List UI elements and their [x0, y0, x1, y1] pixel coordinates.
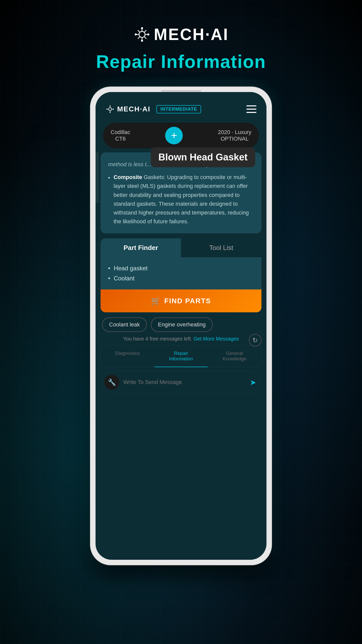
svg-point-12: [147, 33, 149, 35]
svg-point-0: [139, 31, 145, 37]
bullet-body: Upgrading to composite or multi-layer st…: [114, 174, 249, 225]
part-coolant: Coolant: [114, 275, 134, 282]
phone-notch: [161, 90, 201, 92]
svg-point-19: [110, 112, 111, 113]
bullet-label-rest: Gaskets:: [142, 174, 165, 180]
svg-point-21: [113, 109, 114, 110]
part-dot: •: [108, 275, 110, 282]
hamburger-menu-button[interactable]: [246, 105, 256, 113]
parts-list: • Head gasket • Coolant: [101, 257, 261, 289]
vehicle-left-info: Codillac CT6: [111, 129, 130, 142]
list-item: • Coolant: [108, 273, 254, 283]
svg-line-6: [144, 37, 146, 39]
svg-point-10: [141, 40, 143, 42]
message-input[interactable]: [123, 379, 246, 385]
free-messages-text: You have 4 free messages left.: [123, 336, 192, 341]
add-vehicle-button[interactable]: +: [165, 127, 183, 144]
nav-diagnostics[interactable]: Diagnostics: [101, 346, 154, 367]
vehicle-selector[interactable]: Codillac CT6 + 2020 · Luxury OPTIONAL: [103, 123, 259, 148]
nav-general-knowledge[interactable]: GeneralKnowledge: [208, 346, 261, 367]
quick-chips: Coolant leak Engine overheating: [101, 317, 261, 332]
free-messages-row: You have 4 free messages left. Get More …: [101, 336, 261, 342]
part-dot: •: [108, 265, 110, 272]
page-title: Repair Information: [96, 51, 266, 72]
svg-line-8: [138, 37, 140, 39]
tooltip-text: Blown Head Gasket: [158, 152, 248, 162]
list-item: • Head gasket: [108, 263, 254, 273]
svg-point-9: [141, 27, 143, 29]
part-finder-tabs: Part Finder Tool List: [101, 238, 261, 257]
refresh-button[interactable]: ↻: [249, 334, 261, 347]
message-input-area: 🔧 ➤: [101, 371, 261, 394]
chip-engine-overheating[interactable]: Engine overheating: [151, 317, 213, 332]
tab-tool-list[interactable]: Tool List: [181, 238, 261, 257]
svg-point-18: [110, 105, 111, 106]
vehicle-model: CT6: [111, 136, 130, 142]
bullet-item-composite: • Composite Gaskets: Upgrading to compos…: [108, 173, 254, 226]
bottom-nav: Diagnostics RepairInformation GeneralKno…: [101, 345, 261, 367]
brand-logo: MECH·AI: [133, 25, 229, 44]
vehicle-right-info: 2020 · Luxury OPTIONAL: [218, 129, 251, 142]
find-parts-button[interactable]: 🛒 FIND PARTS: [101, 289, 261, 312]
nav-general-label: GeneralKnowledge: [223, 351, 246, 361]
vehicle-make: Codillac: [111, 129, 130, 136]
vehicle-year: 2020 · Luxury: [218, 129, 251, 136]
phone-mockup: MECH·AI INTERMEDIATE Codillac CT6: [90, 87, 272, 565]
svg-line-7: [144, 30, 146, 32]
clear-chat-button[interactable]: Clear Chat: [96, 152, 99, 203]
nav-repair-information[interactable]: RepairInformation: [154, 346, 208, 367]
vehicle-trim: OPTIONAL: [218, 136, 251, 142]
mech-ai-logo-icon: [133, 26, 151, 43]
phone-screen: MECH·AI INTERMEDIATE Codillac CT6: [96, 92, 266, 560]
part-head-gasket: Head gasket: [114, 265, 148, 272]
svg-point-11: [135, 33, 137, 35]
free-messages-info: You have 4 free messages left. Get More …: [106, 336, 256, 342]
svg-point-20: [106, 109, 107, 110]
bullet-content: Composite Gaskets: Upgrading to composit…: [114, 173, 254, 226]
nav-repair-label: RepairInformation: [169, 351, 193, 361]
get-more-messages-link[interactable]: Get More Messages: [194, 336, 239, 341]
app-logo-icon: [106, 105, 115, 114]
bullet-dot: •: [108, 173, 110, 226]
app-logo: MECH·AI INTERMEDIATE: [106, 105, 201, 114]
app-badge: INTERMEDIATE: [156, 105, 201, 113]
obd-icon: 🔧: [104, 375, 119, 390]
app-header: MECH·AI INTERMEDIATE: [96, 92, 266, 119]
tab-part-finder[interactable]: Part Finder: [101, 238, 181, 257]
chip-coolant-leak[interactable]: Coolant leak: [102, 317, 147, 332]
part-finder-card: Part Finder Tool List • Head gasket • Co…: [101, 238, 261, 312]
bold-composite: Composite: [114, 174, 142, 180]
phone-frame: MECH·AI INTERMEDIATE Codillac CT6: [90, 87, 272, 565]
send-button[interactable]: ➤: [250, 378, 256, 387]
brand-name: MECH·AI: [154, 25, 229, 44]
blown-head-gasket-tooltip: Blown Head Gasket: [151, 147, 255, 167]
app-logo-text: MECH·AI: [117, 105, 150, 113]
svg-point-13: [109, 108, 112, 111]
cart-icon: 🛒: [151, 296, 160, 305]
find-parts-label: FIND PARTS: [164, 297, 211, 305]
svg-line-5: [138, 30, 140, 32]
